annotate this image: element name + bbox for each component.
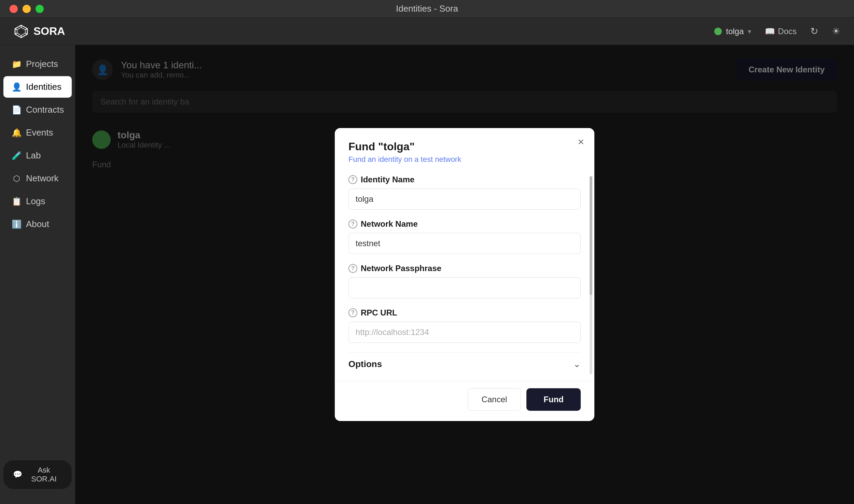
logo-text: SORA [33,25,65,38]
logo: SORA [14,24,714,39]
app-container: SORA tolga ▾ 📖 Docs ↻ ☀ 📁 Projects 👤 [0,18,854,504]
sidebar-item-label-lab: Lab [26,150,41,161]
topnav-right: tolga ▾ 📖 Docs ↻ ☀ [714,26,840,37]
options-chevron-icon: ⌄ [573,359,581,369]
modal-body: ? Identity Name ? Network Name [335,169,594,381]
sidebar-item-identities[interactable]: 👤 Identities [3,76,72,98]
options-label: Options [348,359,382,369]
identities-icon: 👤 [12,82,21,92]
sidebar-item-label-about: About [26,219,49,229]
contracts-icon: 📄 [12,105,21,115]
modal-header: Fund "tolga" Fund an identity on a test … [335,128,594,169]
network-name-label-text: Network Name [361,219,418,229]
docs-button[interactable]: 📖 Docs [765,27,797,36]
network-name-help-icon[interactable]: ? [348,220,357,228]
sidebar-item-about[interactable]: ℹ️ About [3,213,72,235]
identity-name-help-icon[interactable]: ? [348,175,357,184]
sidebar-item-logs[interactable]: 📋 Logs [3,191,72,212]
ask-sorai-button[interactable]: 💬 Ask SOR.AI [3,460,72,489]
sidebar-item-label-events: Events [26,127,53,138]
window-title: Identities - Sora [396,3,458,14]
rpc-url-label: ? RPC URL [348,308,581,318]
network-name-label: ? Network Name [348,219,581,229]
user-name: tolga [726,27,744,36]
network-passphrase-label-text: Network Passphrase [361,264,441,273]
network-passphrase-field-group: ? Network Passphrase [348,264,581,298]
lab-icon: 🧪 [12,151,21,160]
sidebar-item-label-identities: Identities [26,82,61,92]
identity-name-label: ? Identity Name [348,175,581,184]
sidebar-item-contracts[interactable]: 📄 Contracts [3,99,72,121]
identity-name-label-text: Identity Name [361,175,414,184]
sidebar-item-network[interactable]: ⬡ Network [3,168,72,189]
modal-scrollbar-thumb [590,176,592,295]
options-row[interactable]: Options ⌄ [348,352,581,376]
network-passphrase-label: ? Network Passphrase [348,264,581,273]
modal-subtitle: Fund an identity on a test network [348,155,581,164]
modal-title: Fund "tolga" [348,140,581,153]
modal-close-button[interactable]: × [578,136,584,147]
body-layout: 📁 Projects 👤 Identities 📄 Contracts 🔔 Ev… [0,45,854,504]
topnav: SORA tolga ▾ 📖 Docs ↻ ☀ [0,18,854,45]
main-content: 👤 You have 1 identi... You can add, remo… [75,45,854,504]
user-chevron-icon: ▾ [748,27,751,36]
user-status-dot [714,28,722,35]
sidebar-item-lab[interactable]: 🧪 Lab [3,145,72,166]
rpc-url-input[interactable] [348,322,581,343]
rpc-url-field-group: ? RPC URL [348,308,581,343]
network-name-field-group: ? Network Name [348,219,581,254]
sidebar-item-label-projects: Projects [26,59,58,69]
refresh-icon[interactable]: ↻ [810,26,818,37]
identity-name-input[interactable] [348,188,581,210]
svg-marker-1 [17,27,25,36]
events-icon: 🔔 [12,128,21,138]
identity-name-field-group: ? Identity Name [348,175,581,210]
logs-icon: 📋 [12,197,21,206]
fund-modal: Fund "tolga" Fund an identity on a test … [335,128,594,421]
ask-btn-label: Ask SOR.AI [26,466,62,484]
rpc-url-help-icon[interactable]: ? [348,308,357,317]
about-icon: ℹ️ [12,220,21,229]
fund-button[interactable]: Fund [526,388,581,411]
sidebar-item-events[interactable]: 🔔 Events [3,122,72,143]
docs-icon: 📖 [765,27,775,36]
modal-footer: Cancel Fund [335,381,594,421]
chat-icon: 💬 [13,470,22,479]
cancel-button[interactable]: Cancel [468,388,521,411]
user-indicator[interactable]: tolga ▾ [714,27,751,36]
maximize-traffic-light[interactable] [36,5,44,13]
minimize-traffic-light[interactable] [23,5,31,13]
sidebar-item-label-network: Network [26,173,58,184]
sidebar: 📁 Projects 👤 Identities 📄 Contracts 🔔 Ev… [0,45,75,504]
rpc-url-label-text: RPC URL [361,308,397,318]
sidebar-item-projects[interactable]: 📁 Projects [3,53,72,75]
docs-label: Docs [778,27,797,36]
modal-scrollbar[interactable] [590,176,592,374]
close-traffic-light[interactable] [10,5,18,13]
titlebar: Identities - Sora [0,0,854,18]
sidebar-bottom: 💬 Ask SOR.AI [0,453,75,496]
brightness-icon[interactable]: ☀ [832,26,840,37]
projects-icon: 📁 [12,59,21,69]
network-name-input[interactable] [348,233,581,254]
logo-icon [14,24,29,39]
network-passphrase-input[interactable] [348,277,581,298]
network-icon: ⬡ [12,174,21,183]
modal-overlay: Fund "tolga" Fund an identity on a test … [75,45,854,504]
sidebar-item-label-logs: Logs [26,196,45,207]
traffic-lights [10,5,44,13]
sidebar-item-label-contracts: Contracts [26,104,64,115]
network-passphrase-help-icon[interactable]: ? [348,264,357,273]
